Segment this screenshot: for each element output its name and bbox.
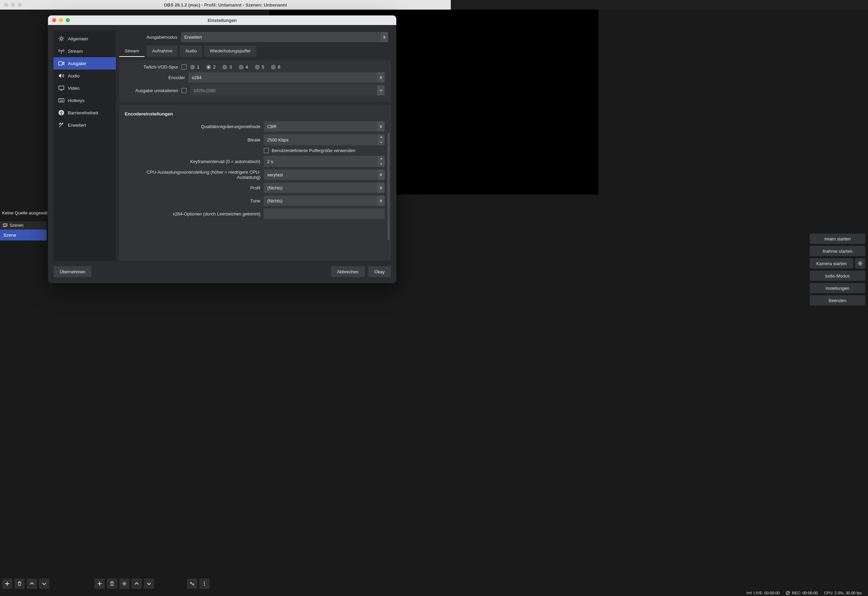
sidebar-item-stream[interactable]: Stream	[53, 45, 116, 57]
svg-point-13	[61, 50, 62, 52]
profile-value: (Nichts)	[267, 185, 283, 190]
step-down[interactable]	[378, 161, 385, 167]
main-window-title: OBS 28.1.2 (mac) - Profil: Unbenannt - S…	[0, 2, 451, 7]
tab-stream[interactable]: Stream	[119, 46, 145, 57]
settings-dialog: Einstellungen Allgemein Stream Ausgabe A…	[48, 15, 396, 283]
sidebar-item-advanced[interactable]: Erweitert	[53, 119, 116, 131]
rescale-checkbox[interactable]	[182, 88, 187, 93]
svg-rect-15	[59, 62, 62, 65]
twitch-vod-checkbox[interactable]	[182, 64, 187, 69]
tune-row: Tune (Nichts)	[123, 196, 385, 206]
footer-spacer	[95, 266, 328, 277]
sidebar-item-audio[interactable]: Audio	[53, 69, 116, 82]
track-1[interactable]: 1	[190, 64, 199, 69]
chevron-down-icon	[377, 85, 385, 96]
step-up[interactable]	[378, 134, 385, 140]
rescale-row: Ausgabe umskalieren 1920x1080	[123, 85, 385, 96]
x264-opts-input[interactable]	[264, 209, 385, 219]
sidebar-item-label: Hotkeys	[68, 98, 85, 103]
track-4[interactable]: 4	[239, 64, 248, 69]
chevron-updown-icon	[377, 72, 385, 83]
scene-item-label: Szene	[3, 233, 16, 238]
chevron-updown-icon	[377, 183, 385, 193]
radio-icon	[239, 65, 244, 69]
chevron-updown-icon	[377, 170, 385, 180]
track-label: 1	[197, 64, 199, 69]
cpu-preset-select[interactable]: veryfast	[264, 170, 385, 180]
step-up[interactable]	[378, 156, 385, 161]
rate-control-select[interactable]: CBR	[264, 121, 385, 131]
scenes-header-label: Szenen	[10, 223, 24, 228]
radio-icon	[255, 65, 260, 69]
settings-pane: Ausgabemodus Erweitert Stream Aufnahme A…	[119, 31, 391, 261]
scrollbar[interactable]	[387, 133, 390, 240]
tab-recording[interactable]: Aufnahme	[147, 46, 178, 57]
ok-button[interactable]: Okay	[368, 266, 391, 277]
tools-icon	[58, 122, 64, 128]
svg-point-19	[59, 99, 60, 100]
track-6[interactable]: 6	[271, 64, 280, 69]
sidebar-item-label: Audio	[68, 73, 80, 78]
apply-button[interactable]: Übernehmen	[53, 266, 92, 277]
track-label: 3	[229, 64, 232, 69]
sidebar-item-label: Erweitert	[68, 122, 86, 128]
bitrate-field[interactable]: 2500 Kbps	[264, 134, 385, 145]
tab-label: Aufnahme	[152, 48, 172, 53]
svg-rect-18	[59, 99, 64, 102]
chevron-updown-icon	[377, 121, 385, 131]
step-down[interactable]	[378, 140, 385, 145]
track-2[interactable]: 2	[206, 64, 216, 69]
x264-opts-label: x264-Optionen (durch Leerzeichen getrenn…	[123, 211, 260, 217]
track-label: 5	[262, 64, 264, 69]
radio-icon	[190, 65, 195, 69]
scene-list-item[interactable]: Szene	[0, 230, 47, 240]
custom-buffer-checkbox[interactable]	[264, 148, 269, 153]
tab-audio[interactable]: Audio	[180, 46, 202, 57]
sidebar-item-label: Video	[68, 86, 80, 91]
apply-label: Übernehmen	[60, 269, 85, 274]
track-3[interactable]: 3	[222, 64, 232, 69]
encoder-row: Encoder x264	[123, 72, 385, 83]
keyframe-label: Keyframeintervall (0 = automatisch)	[123, 159, 260, 164]
svg-point-20	[60, 99, 61, 100]
custom-buffer-row: Benutzerdefinierte Puffergröße verwenden	[264, 148, 385, 153]
rescale-select[interactable]: 1920x1080	[190, 85, 385, 96]
cancel-button[interactable]: Abbrechen	[331, 266, 365, 277]
keyframe-value: 2 s	[267, 159, 273, 164]
track-5[interactable]: 5	[255, 64, 264, 69]
tab-label: Audio	[185, 48, 196, 53]
sidebar-item-hotkeys[interactable]: Hotkeys	[53, 94, 116, 106]
cpu-preset-value: veryfast	[267, 172, 283, 177]
rescale-label: Ausgabe umskalieren	[123, 88, 178, 93]
bitrate-value: 2500 Kbps	[267, 137, 288, 143]
sidebar-item-general[interactable]: Allgemein	[53, 32, 116, 45]
tune-value: (Nichts)	[267, 198, 283, 204]
output-mode-select[interactable]: Erweitert	[181, 32, 388, 42]
radio-icon	[222, 65, 227, 69]
profile-label: Profil	[123, 185, 260, 190]
cpu-preset-row: CPU-Auslastungsvoreinstellung (höher = n…	[123, 170, 385, 180]
sidebar-item-output[interactable]: Ausgabe	[53, 57, 116, 69]
scenes-panel-header: Szenen	[0, 221, 47, 230]
encoder-settings-panel: Encodereinstellungen Qualitätsregulierun…	[119, 105, 391, 261]
monitor-icon	[58, 85, 64, 91]
profile-select[interactable]: (Nichts)	[264, 183, 385, 193]
stepper-icon	[378, 134, 385, 145]
scenes-icon	[3, 223, 7, 227]
sidebar-item-video[interactable]: Video	[53, 82, 116, 94]
tab-label: Wiederholungspuffer	[210, 48, 251, 53]
tab-replay-buffer[interactable]: Wiederholungspuffer	[204, 46, 256, 57]
output-mode-row: Ausgabemodus Erweitert	[119, 31, 391, 42]
output-mode-value: Erweitert	[184, 35, 202, 40]
sidebar-item-label: Allgemein	[68, 36, 88, 41]
keyframe-field[interactable]: 2 s	[264, 156, 385, 167]
x264-opts-row: x264-Optionen (durch Leerzeichen getrenn…	[123, 209, 385, 219]
sidebar-item-accessibility[interactable]: Barrierefreiheit	[53, 106, 116, 119]
sidebar-item-label: Stream	[68, 49, 83, 54]
sidebar-item-label: Ausgabe	[68, 61, 86, 66]
svg-point-21	[61, 99, 62, 100]
tune-select[interactable]: (Nichts)	[264, 196, 385, 206]
encoder-select[interactable]: x264	[188, 72, 385, 83]
rate-control-label: Qualitätsregulierungsmethode	[123, 124, 260, 129]
keyframe-row: Keyframeintervall (0 = automatisch) 2 s	[123, 156, 385, 167]
